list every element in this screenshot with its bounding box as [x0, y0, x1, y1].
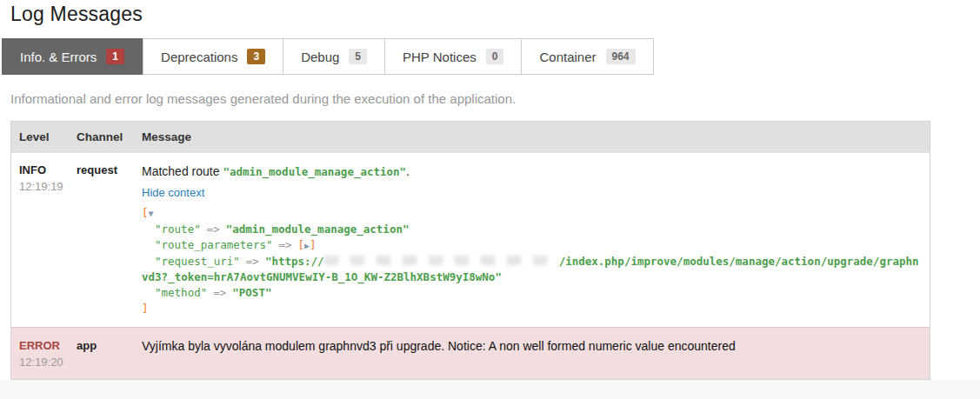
tab-count-badge: 0 [486, 49, 504, 64]
log-row-info: INFO 12:19:19 request Matched route "adm… [11, 152, 930, 327]
page-title: Log Messages [10, 3, 980, 26]
log-time: 12:19:19 [19, 180, 77, 193]
dump-value: "admin_module_manage_action" [226, 223, 410, 236]
tab-count-badge: 1 [106, 49, 124, 64]
tab-container[interactable]: Container 964 [521, 39, 652, 74]
log-message: Matched route "admin_module_manage_actio… [142, 163, 919, 180]
tab-bar: Info. & Errors 1 Deprecations 3 Debug 5 … [2, 38, 654, 75]
dump-entry-method: "method"=>"POST" [142, 285, 919, 301]
channel-cell: request [77, 153, 142, 327]
table-header-row: Level Channel Message [11, 122, 930, 152]
page-description: Informational and error log messages gen… [10, 91, 980, 106]
tab-label: Container [539, 50, 596, 64]
dump-arrow: => [246, 255, 259, 268]
dump-arrow: => [213, 286, 226, 299]
level-cell: INFO 12:19:19 [11, 153, 77, 327]
column-header-channel: Channel [77, 122, 142, 152]
dump-key: "method" [155, 286, 207, 299]
log-messages-page: Log Messages Info. & Errors 1 Deprecatio… [0, 0, 980, 399]
tab-debug[interactable]: Debug 5 [283, 39, 384, 74]
close-bracket: ] [142, 302, 149, 315]
open-bracket: [ [142, 206, 149, 219]
tab-php-notices[interactable]: PHP Notices 0 [384, 39, 521, 74]
column-header-level: Level [11, 122, 77, 152]
context-dump: [▼ "route"=>"admin_module_manage_action"… [142, 205, 919, 316]
dump-arrow: => [207, 223, 220, 236]
log-table: Level Channel Message INFO 12:19:19 requ… [10, 121, 930, 380]
dump-key: "route_parameters" [155, 238, 272, 251]
tab-label: Info. & Errors [20, 50, 97, 64]
level-badge: ERROR [19, 339, 77, 352]
dump-key: "request_uri" [155, 255, 240, 268]
dump-value-url-start: "https:// [265, 255, 324, 268]
tab-count-badge: 964 [606, 49, 636, 64]
message-cell: Matched route "admin_module_manage_actio… [142, 153, 930, 327]
log-time: 12:19:20 [19, 356, 77, 369]
dump-close-line: ] [142, 301, 919, 316]
tab-label: PHP Notices [403, 50, 477, 64]
close-bracket: ] [310, 238, 317, 251]
open-bracket: [ [298, 238, 305, 251]
dump-entry-route-parameters: "route_parameters"=>[▶] [142, 237, 919, 254]
column-header-message: Message [142, 122, 930, 152]
level-cell: ERROR 12:19:20 [11, 328, 77, 379]
channel-cell: app [77, 328, 142, 379]
dump-open-line: [▼ [142, 205, 919, 222]
message-text: Matched route [142, 164, 223, 178]
log-row-error: ERROR 12:19:20 app Vyjímka byla vyvolána… [11, 327, 930, 379]
dump-arrow: => [278, 238, 291, 251]
hide-context-link[interactable]: Hide context [142, 186, 204, 199]
error-message: Vyjímka byla vyvolána modulem graphnvd3 … [142, 339, 919, 353]
channel-label: request [77, 163, 117, 176]
dump-entry-request-uri: "request_uri"=>"https:///index.php/impro… [142, 254, 919, 285]
message-period: . [406, 164, 410, 178]
tab-label: Deprecations [161, 50, 237, 64]
level-badge: INFO [19, 163, 77, 176]
channel-label: app [77, 339, 97, 352]
collapse-caret-icon[interactable]: ▼ [149, 209, 154, 218]
tab-count-badge: 3 [247, 49, 265, 64]
tab-count-badge: 5 [349, 49, 367, 64]
dump-entry-route: "route"=>"admin_module_manage_action" [142, 222, 919, 237]
route-name-code: "admin_module_manage_action" [223, 165, 406, 178]
dump-key: "route" [155, 223, 201, 236]
page-background [0, 380, 980, 399]
tab-label: Debug [301, 50, 339, 64]
tab-deprecations[interactable]: Deprecations 3 [143, 39, 283, 74]
message-cell: Vyjímka byla vyvolána modulem graphnvd3 … [142, 328, 930, 379]
redacted-domain [324, 256, 559, 265]
dump-value: "POST" [232, 286, 271, 299]
tab-info-errors[interactable]: Info. & Errors 1 [2, 38, 143, 75]
